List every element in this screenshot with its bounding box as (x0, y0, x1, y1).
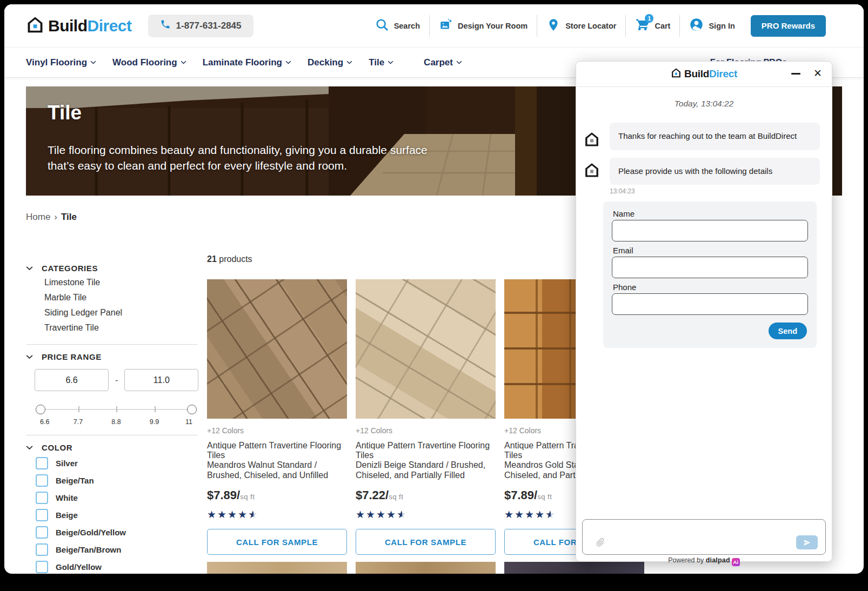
header-divider (537, 15, 537, 37)
minimize-icon[interactable] (791, 73, 800, 75)
checkbox[interactable] (36, 474, 48, 487)
category-limestone-tile[interactable]: Limestone Tile (26, 275, 198, 290)
checkbox[interactable] (36, 543, 48, 556)
hero-copy: Tile Tile flooring combines beauty and f… (48, 102, 448, 174)
price-max-input[interactable] (124, 369, 198, 391)
category-travertine-tile[interactable]: Travertine Tile (26, 320, 198, 335)
sign-in-button[interactable]: Sign In (689, 17, 735, 34)
close-icon[interactable]: ✕ (813, 67, 822, 80)
results-count: 21 products (207, 254, 252, 264)
design-room-icon (439, 18, 453, 34)
price-dash: - (115, 375, 118, 385)
checkbox[interactable] (36, 457, 48, 469)
nav-tile[interactable]: Tile (369, 57, 393, 68)
cart-badge: 1 (645, 14, 653, 23)
search-icon (375, 18, 389, 34)
chat-composer (582, 519, 826, 555)
design-your-room-button[interactable]: Design Your Room (439, 18, 528, 34)
phone-icon (160, 19, 171, 32)
slider-handle-max[interactable] (187, 405, 197, 414)
user-icon (689, 17, 704, 34)
price-slider (40, 404, 192, 415)
rating-stars: ★★★★★★ (207, 509, 347, 520)
name-field[interactable] (612, 220, 808, 241)
nav-vinyl-flooring[interactable]: Vinyl Flooring (26, 57, 96, 68)
chevron-down-icon (26, 354, 33, 359)
product-image[interactable] (207, 279, 347, 419)
header-divider (429, 15, 430, 37)
chat-message-input[interactable] (606, 523, 790, 551)
phone-button[interactable]: 1-877-631-2845 (148, 15, 253, 37)
header-divider (679, 15, 680, 37)
product-title[interactable]: Antique Pattern Travertine Flooring Tile… (356, 441, 496, 481)
product-title[interactable]: Antique Pattern Travertine Flooring Tile… (207, 441, 347, 481)
phone-number: 1-877-631-2845 (176, 21, 242, 31)
color-filter-white[interactable]: White (26, 489, 198, 506)
bot-avatar-house-icon (584, 162, 600, 180)
nav-wood-flooring[interactable]: Wood Flooring (112, 57, 186, 68)
breadcrumb-current: Tile (61, 212, 77, 223)
categories-section-header[interactable]: CATEGORIES (26, 264, 198, 273)
hero-title: Tile (48, 102, 448, 124)
slider-labels: 6.6 7.7 8.8 9.9 11 (40, 418, 192, 426)
chat-header: BuildDirect ✕ (576, 62, 832, 87)
email-field[interactable] (612, 257, 808, 278)
colors-badge: +12 Colors (207, 426, 347, 435)
nav-carpet[interactable]: Carpet (424, 57, 462, 68)
price-range-section-header[interactable]: PRICE RANGE (26, 352, 198, 361)
breadcrumb-separator: › (54, 212, 57, 223)
store-locator-button[interactable]: Store Locator (546, 18, 616, 34)
star-icon: ★★★★ (356, 509, 397, 520)
checkbox[interactable] (36, 492, 48, 504)
powered-by-dialpad: Powered by dialpadAi (576, 556, 832, 566)
checkbox[interactable] (36, 526, 48, 539)
chat-message: Please provide us with the following det… (584, 158, 820, 185)
nav-laminate-flooring[interactable]: Laminate Flooring (203, 57, 291, 68)
chat-contact-form: Name Email Phone Send (603, 202, 817, 348)
checkbox[interactable] (36, 561, 48, 573)
color-filter-beige-gold-yellow[interactable]: Beige/Gold/Yellow (26, 523, 198, 541)
product-card: +12 Colors Antique Pattern Travertine Fl… (207, 279, 347, 555)
send-button[interactable]: Send (769, 323, 807, 339)
color-filter-beige[interactable]: Beige (26, 506, 198, 523)
email-label: Email (613, 246, 808, 255)
color-filter-beige-tan-brown[interactable]: Beige/Tan/Brown (26, 541, 198, 558)
composer-send-button[interactable] (796, 535, 818, 549)
chevron-down-icon (181, 61, 186, 64)
breadcrumb-home[interactable]: Home (26, 212, 50, 223)
slider-tick (155, 406, 156, 412)
chevron-down-icon (388, 61, 393, 64)
price-min-input[interactable] (35, 369, 109, 391)
phone-field[interactable] (612, 293, 808, 315)
next-row-product-image[interactable] (207, 562, 347, 574)
chevron-down-icon (26, 445, 33, 450)
nav-decking[interactable]: Decking (308, 57, 352, 68)
pro-rewards-button[interactable]: PRO Rewards (751, 15, 826, 37)
cart-button[interactable]: 1 Cart (635, 17, 670, 34)
call-for-sample-button[interactable]: CALL FOR SAMPLE (356, 529, 496, 555)
message-bubble: Thanks for reaching out to the team at B… (610, 123, 820, 150)
site-header: BuildDirect 1-877-631-2845 Search Design… (4, 4, 864, 48)
checkbox[interactable] (36, 509, 48, 521)
filter-sidebar: CATEGORIES Limestone Tile Marble Tile Si… (26, 264, 198, 574)
attachment-paperclip-icon[interactable] (595, 538, 605, 550)
search-button[interactable]: Search (375, 18, 420, 34)
color-filter-beige-tan[interactable]: Beige/Tan (26, 472, 198, 489)
slider-handle-min[interactable] (36, 405, 45, 414)
product-image[interactable] (356, 279, 496, 419)
color-section-header[interactable]: COLOR (26, 443, 198, 452)
dialpad-ai-icon: Ai (732, 558, 740, 566)
phone-label: Phone (613, 283, 808, 292)
color-filter-silver[interactable]: Silver (26, 454, 198, 472)
category-marble-tile[interactable]: Marble Tile (26, 290, 198, 305)
color-filter-gold-yellow[interactable]: Gold/Yellow (26, 558, 198, 574)
call-for-sample-button[interactable]: CALL FOR SAMPLE (207, 529, 347, 555)
next-row-product-image[interactable] (356, 562, 496, 574)
paper-plane-icon (803, 539, 811, 547)
chat-message: Thanks for reaching out to the team at B… (584, 123, 820, 150)
star-icon: ★★★★ (504, 509, 545, 520)
builddirect-logo[interactable]: BuildDirect (26, 16, 132, 36)
star-icon: ★★★★ (207, 509, 248, 520)
category-siding-ledger-panel[interactable]: Siding Ledger Panel (26, 305, 198, 320)
chat-day-header: Today, 13:04:22 (576, 99, 832, 109)
